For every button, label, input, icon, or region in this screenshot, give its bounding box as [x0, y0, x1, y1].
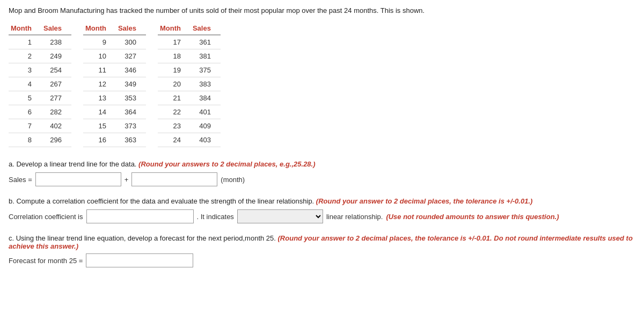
col2-sales-header: Sales: [116, 22, 146, 35]
month-label: (month): [221, 176, 245, 184]
section-b: b. Compute a correlation coefficient for…: [9, 197, 635, 223]
data-table: Month Sales Month Sales Month Sales 1 23…: [9, 22, 221, 147]
month-col1: 6: [9, 105, 41, 119]
section-b-label: b. Compute a correlation coefficient for…: [9, 197, 635, 205]
sales-col3: 361: [191, 35, 221, 49]
sales-col3: 383: [191, 77, 221, 91]
sales-col2: 346: [116, 63, 146, 77]
sales-col1: 402: [41, 119, 71, 133]
sales-col2: 349: [116, 77, 146, 91]
plus-label: +: [125, 176, 129, 184]
table-row: 3 254 11 346 19 375: [9, 63, 221, 77]
sales-col2: 373: [116, 119, 146, 133]
sales-slope-input[interactable]: [131, 172, 217, 186]
table-row: 8 296 16 363 24 403: [9, 133, 221, 147]
month-col2: 15: [83, 119, 116, 133]
sales-col1: 238: [41, 35, 71, 49]
month-col1: 7: [9, 119, 41, 133]
sales-col3: 401: [191, 105, 221, 119]
sales-col2: 327: [116, 49, 146, 63]
col3-month-header: Month: [158, 22, 191, 35]
month-col3: 19: [158, 63, 191, 77]
sales-col1: 254: [41, 63, 71, 77]
col3-sales-header: Sales: [191, 22, 221, 35]
table-row: 1 238 9 300 17 361: [9, 35, 221, 49]
sales-col3: 381: [191, 49, 221, 63]
section-a-hint: (Round your answers to 2 decimal places,…: [138, 160, 315, 168]
section-c: c. Using the linear trend line equation,…: [9, 234, 635, 267]
table-row: 7 402 15 373 23 409: [9, 119, 221, 133]
month-col1: 5: [9, 91, 41, 105]
month-col1: 4: [9, 77, 41, 91]
section-a-label: a. Develop a linear trend line for the d…: [9, 160, 635, 168]
sales-col2: 300: [116, 35, 146, 49]
section-b-hint: (Round your answer to 2 decimal places, …: [316, 197, 533, 205]
col2-month-header: Month: [83, 22, 116, 35]
sales-intercept-input[interactable]: [35, 172, 121, 186]
month-col3: 22: [158, 105, 191, 119]
sales-col3: 384: [191, 91, 221, 105]
month-col2: 12: [83, 77, 116, 91]
section-a: a. Develop a linear trend line for the d…: [9, 160, 635, 186]
forecast-input[interactable]: [86, 253, 193, 267]
sales-equals-label: Sales =: [9, 176, 32, 184]
sales-col1: 277: [41, 91, 71, 105]
sales-col1: 296: [41, 133, 71, 147]
month-col2: 14: [83, 105, 116, 119]
section-c-hint: (Round your answer to 2 decimal places, …: [9, 234, 633, 250]
forecast-label: Forecast for month 25 =: [9, 257, 83, 265]
month-col3: 21: [158, 91, 191, 105]
sales-col1: 249: [41, 49, 71, 63]
month-col2: 9: [83, 35, 116, 49]
section-c-label: c. Using the linear trend line equation,…: [9, 234, 635, 250]
month-col3: 18: [158, 49, 191, 63]
sales-col3: 375: [191, 63, 221, 77]
sales-col1: 267: [41, 77, 71, 91]
month-col1: 2: [9, 49, 41, 63]
month-col2: 11: [83, 63, 116, 77]
month-col1: 3: [9, 63, 41, 77]
sales-col3: 409: [191, 119, 221, 133]
month-col1: 1: [9, 35, 41, 49]
it-indicates-label: . It indicates: [197, 213, 234, 221]
table-row: 2 249 10 327 18 381: [9, 49, 221, 63]
sales-col1: 282: [41, 105, 71, 119]
sales-col2: 364: [116, 105, 146, 119]
strength-dropdown[interactable]: a strong positivea strong negativea weak…: [237, 209, 323, 223]
table-row: 5 277 13 353 21 384: [9, 91, 221, 105]
month-col2: 16: [83, 133, 116, 147]
intro-text: Mop and Broom Manufacturing has tracked …: [9, 6, 635, 14]
month-col3: 17: [158, 35, 191, 49]
use-not-rounded-label: (Use not rounded amounts to answer this …: [386, 213, 559, 221]
sales-col2: 363: [116, 133, 146, 147]
month-col1: 8: [9, 133, 41, 147]
col1-month-header: Month: [9, 22, 41, 35]
month-col3: 24: [158, 133, 191, 147]
month-col3: 20: [158, 77, 191, 91]
table-row: 6 282 14 364 22 401: [9, 105, 221, 119]
corr-label: Correlation coefficient is: [9, 213, 83, 221]
sales-col3: 403: [191, 133, 221, 147]
sales-col2: 353: [116, 91, 146, 105]
col1-sales-header: Sales: [41, 22, 71, 35]
month-col2: 13: [83, 91, 116, 105]
month-col3: 23: [158, 119, 191, 133]
linear-label: linear relationship.: [326, 213, 383, 221]
table-row: 4 267 12 349 20 383: [9, 77, 221, 91]
corr-input[interactable]: [86, 209, 194, 223]
month-col2: 10: [83, 49, 116, 63]
